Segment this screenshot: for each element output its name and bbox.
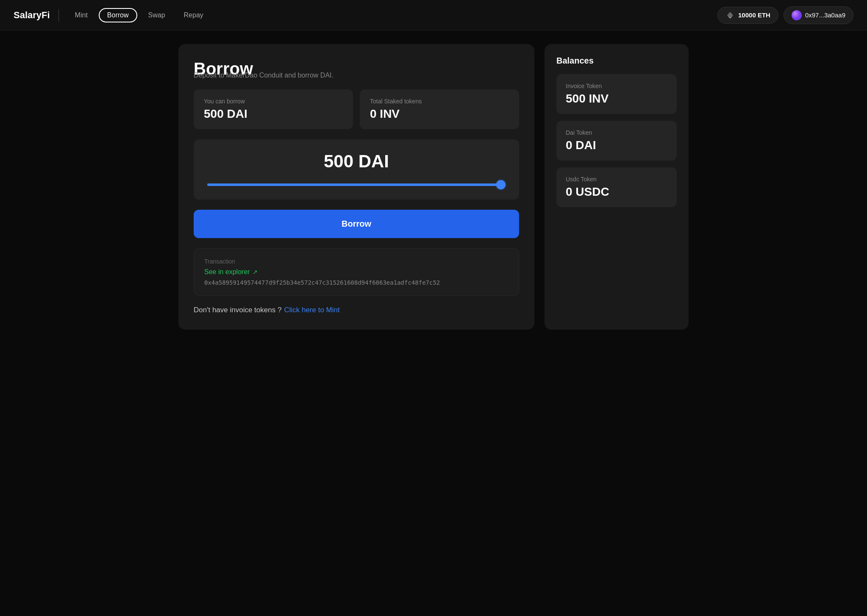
slider-card: 500 DAI [194, 139, 519, 200]
borrow-panel: Borrow Deposit to MakerDao Conduit and b… [178, 44, 534, 330]
dai-token-card: Dai Token 0 DAI [556, 121, 677, 161]
invoice-token-card: Invoice Token 500 INV [556, 74, 677, 114]
balances-title: Balances [556, 56, 677, 66]
external-link-icon: ↗ [253, 269, 258, 275]
nav-link-mint[interactable]: Mint [67, 8, 95, 22]
borrow-amount-card: You can borrow 500 DAI [194, 89, 353, 129]
borrow-button[interactable]: Borrow [194, 210, 519, 238]
dai-token-label: Dai Token [566, 129, 667, 136]
usdc-token-card: Usdc Token 0 USDC [556, 167, 677, 207]
slider-display-value: 500 DAI [324, 151, 389, 172]
nav-links: Mint Borrow Swap Repay [67, 8, 717, 22]
wallet-address-text: 0x97...3a0aa9 [805, 11, 845, 19]
transaction-label: Transaction [204, 258, 509, 265]
balances-panel: Balances Invoice Token 500 INV Dai Token… [545, 44, 689, 330]
borrow-amount-label: You can borrow [204, 98, 343, 105]
stats-row: You can borrow 500 DAI Total Staked toke… [194, 89, 519, 129]
nav-link-repay[interactable]: Repay [176, 8, 211, 22]
borrow-amount-value: 500 DAI [204, 107, 343, 121]
usdc-token-value: 0 USDC [566, 185, 667, 199]
eth-network-icon [725, 11, 735, 20]
footer-label: Don't have invoice tokens ? [194, 306, 281, 314]
invoice-token-label: Invoice Token [566, 83, 667, 89]
main-content: Borrow Deposit to MakerDao Conduit and b… [158, 31, 709, 343]
usdc-token-label: Usdc Token [566, 176, 667, 183]
borrow-amount-slider[interactable] [207, 183, 506, 186]
wallet-eth-balance: 10000 ETH [717, 7, 778, 24]
slider-container [207, 180, 506, 188]
navbar: SalaryFi Mint Borrow Swap Repay 10000 ET… [0, 0, 867, 31]
mint-link[interactable]: Click here to Mint [284, 306, 339, 314]
brand-logo: SalaryFi [14, 10, 50, 21]
invoice-token-value: 500 INV [566, 92, 667, 105]
explorer-link[interactable]: See in explorer ↗ [204, 268, 509, 276]
eth-balance-value: 10000 ETH [738, 11, 770, 19]
transaction-hash: 0x4a58959149574477d9f25b34e572c47c315261… [204, 279, 509, 286]
wallet-info: 10000 ETH 0x97...3a0aa9 [717, 6, 853, 24]
staked-tokens-label: Total Staked tokens [370, 98, 509, 105]
staked-tokens-value: 0 INV [370, 107, 509, 121]
page-subtitle: Deposit to MakerDao Conduit and borrow D… [194, 72, 519, 79]
dai-token-value: 0 DAI [566, 139, 667, 152]
nav-link-swap[interactable]: Swap [141, 8, 173, 22]
nav-divider [58, 9, 59, 22]
transaction-card: Transaction See in explorer ↗ 0x4a589591… [194, 248, 519, 296]
nav-link-borrow[interactable]: Borrow [99, 8, 137, 22]
wallet-avatar [792, 10, 802, 20]
wallet-address-button[interactable]: 0x97...3a0aa9 [784, 6, 853, 24]
explorer-link-text: See in explorer [204, 268, 250, 276]
panel-header: Borrow Deposit to MakerDao Conduit and b… [194, 59, 519, 79]
footer-section: Don't have invoice tokens ? Click here t… [194, 306, 519, 314]
staked-tokens-card: Total Staked tokens 0 INV [360, 89, 519, 129]
